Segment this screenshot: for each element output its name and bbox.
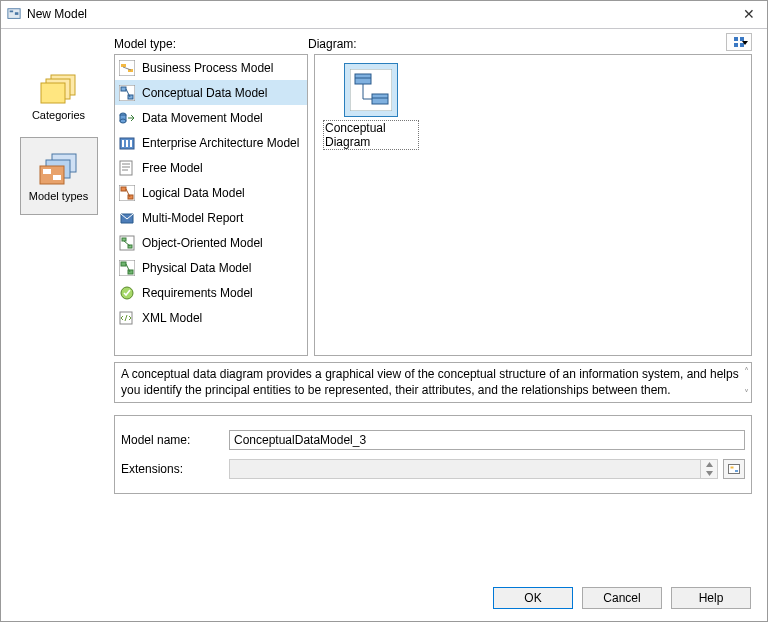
model-type-label: Object-Oriented Model bbox=[142, 236, 263, 250]
dmm-icon bbox=[118, 109, 136, 127]
model-type-label: Business Process Model bbox=[142, 61, 273, 75]
diagram-list[interactable]: Conceptual Diagram bbox=[314, 54, 752, 356]
svg-rect-14 bbox=[740, 43, 744, 47]
diagram-item-conceptual[interactable]: Conceptual Diagram bbox=[323, 63, 419, 150]
desc-scroll-down[interactable]: ˅ bbox=[744, 387, 749, 400]
diagram-heading: Diagram: bbox=[308, 37, 726, 54]
nav-model-types[interactable]: Model types bbox=[20, 137, 98, 215]
cancel-button[interactable]: Cancel bbox=[582, 587, 662, 609]
svg-marker-51 bbox=[706, 462, 713, 467]
svg-rect-47 bbox=[355, 74, 371, 84]
svg-rect-5 bbox=[41, 83, 65, 103]
model-type-label: Logical Data Model bbox=[142, 186, 245, 200]
model-name-label: Model name: bbox=[121, 433, 229, 447]
model-type-label: Physical Data Model bbox=[142, 261, 251, 275]
free-icon bbox=[118, 159, 136, 177]
view-options-button[interactable] bbox=[726, 33, 752, 51]
model-type-label: Requirements Model bbox=[142, 286, 253, 300]
model-type-label: XML Model bbox=[142, 311, 202, 325]
description-text: A conceptual data diagram provides a gra… bbox=[121, 367, 739, 397]
app-icon bbox=[7, 7, 21, 21]
svg-rect-36 bbox=[122, 238, 126, 241]
model-type-item-requirements[interactable]: Requirements Model bbox=[115, 280, 307, 305]
eam-icon bbox=[118, 134, 136, 152]
svg-rect-28 bbox=[126, 140, 128, 147]
svg-rect-32 bbox=[121, 187, 126, 191]
model-type-label: Data Movement Model bbox=[142, 111, 263, 125]
titlebar: New Model ✕ bbox=[1, 1, 767, 28]
svg-rect-49 bbox=[372, 94, 388, 104]
model-type-item-xml[interactable]: XML Model bbox=[115, 305, 307, 330]
svg-rect-20 bbox=[121, 87, 126, 91]
model-type-item-physical-data[interactable]: Physical Data Model bbox=[115, 255, 307, 280]
mmr-icon bbox=[118, 209, 136, 227]
nav-categories[interactable]: Categories bbox=[20, 56, 98, 134]
cdm-icon bbox=[118, 84, 136, 102]
svg-rect-53 bbox=[729, 465, 740, 474]
pdm-icon bbox=[118, 259, 136, 277]
spinner-down-icon bbox=[701, 469, 717, 478]
svg-rect-9 bbox=[43, 169, 51, 174]
extensions-browse-button[interactable] bbox=[723, 459, 745, 479]
nav-model-types-label: Model types bbox=[29, 190, 88, 202]
form-section: Model name: Extensions: bbox=[114, 415, 752, 494]
model-type-label: Conceptual Data Model bbox=[142, 86, 267, 100]
model-type-heading: Model type: bbox=[114, 37, 308, 54]
svg-rect-40 bbox=[121, 262, 126, 266]
model-type-label: Multi-Model Report bbox=[142, 211, 243, 225]
left-nav: Categories Model types bbox=[16, 33, 101, 494]
diagram-item-label: Conceptual Diagram bbox=[323, 120, 419, 150]
svg-rect-29 bbox=[130, 140, 132, 147]
ok-button[interactable]: OK bbox=[493, 587, 573, 609]
svg-rect-30 bbox=[120, 161, 132, 175]
svg-rect-16 bbox=[121, 64, 126, 67]
svg-rect-13 bbox=[734, 43, 738, 47]
svg-point-25 bbox=[120, 119, 126, 123]
model-type-item-conceptual-data[interactable]: Conceptual Data Model bbox=[115, 80, 307, 105]
window-title: New Model bbox=[27, 7, 731, 21]
model-type-item-business-process[interactable]: Business Process Model bbox=[115, 55, 307, 80]
xml-icon bbox=[118, 309, 136, 327]
diagram-thumb bbox=[344, 63, 398, 117]
oom-icon bbox=[118, 234, 136, 252]
extensions-label: Extensions: bbox=[121, 462, 229, 476]
model-type-item-logical-data[interactable]: Logical Data Model bbox=[115, 180, 307, 205]
svg-rect-1 bbox=[10, 11, 14, 13]
svg-rect-10 bbox=[53, 175, 61, 180]
close-button[interactable]: ✕ bbox=[731, 6, 759, 22]
extensions-spinner[interactable] bbox=[700, 459, 718, 479]
model-type-label: Enterprise Architecture Model bbox=[142, 136, 299, 150]
svg-rect-54 bbox=[731, 467, 734, 469]
model-type-item-enterprise-architecture[interactable]: Enterprise Architecture Model bbox=[115, 130, 307, 155]
svg-rect-55 bbox=[735, 470, 738, 472]
dialog-buttons: OK Cancel Help bbox=[484, 587, 751, 609]
bpm-icon bbox=[118, 59, 136, 77]
desc-scroll-up[interactable]: ˄ bbox=[744, 365, 749, 378]
nav-categories-label: Categories bbox=[32, 109, 85, 121]
folder-icon bbox=[39, 70, 79, 106]
model-name-input[interactable] bbox=[229, 430, 745, 450]
help-button[interactable]: Help bbox=[671, 587, 751, 609]
extensions-input[interactable] bbox=[229, 459, 701, 479]
model-type-item-object-oriented[interactable]: Object-Oriented Model bbox=[115, 230, 307, 255]
browse-icon bbox=[727, 462, 741, 476]
svg-rect-12 bbox=[740, 37, 744, 41]
svg-rect-27 bbox=[122, 140, 124, 147]
ldm-icon bbox=[118, 184, 136, 202]
model-type-item-data-movement[interactable]: Data Movement Model bbox=[115, 105, 307, 130]
model-type-item-free[interactable]: Free Model bbox=[115, 155, 307, 180]
models-stack-icon bbox=[39, 151, 79, 187]
model-type-item-multi-model-report[interactable]: Multi-Model Report bbox=[115, 205, 307, 230]
svg-rect-11 bbox=[734, 37, 738, 41]
model-type-list[interactable]: Business Process Model Conceptual Data M… bbox=[114, 54, 308, 356]
svg-marker-52 bbox=[706, 471, 713, 476]
rqm-icon bbox=[118, 284, 136, 302]
spinner-up-icon bbox=[701, 460, 717, 469]
svg-rect-2 bbox=[15, 12, 19, 15]
model-type-label: Free Model bbox=[142, 161, 203, 175]
description-box: A conceptual data diagram provides a gra… bbox=[114, 362, 752, 403]
